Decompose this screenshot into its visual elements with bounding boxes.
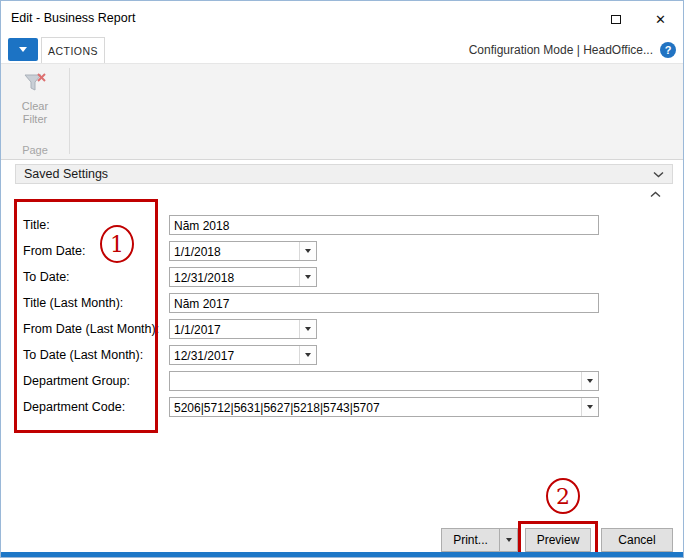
ribbon-tab-row: ACTIONS Configuration Mode | HeadOffice.… (1, 37, 683, 63)
preview-button[interactable]: Preview (525, 528, 591, 552)
titlebar: Edit - Business Report ✕ (1, 1, 683, 37)
form-row: From Date: 1/1/2018 (1, 241, 683, 261)
form-row: Title: Năm 2018 (1, 215, 683, 235)
from-date-combo[interactable]: 1/1/2018 (169, 241, 317, 261)
dropdown-arrow-icon[interactable] (299, 242, 316, 260)
maximize-button[interactable] (593, 1, 638, 37)
print-button-label[interactable]: Print... (442, 529, 499, 551)
group-separator (69, 68, 70, 154)
edit-business-report-window: Edit - Business Report ✕ ACTIONS Configu… (0, 0, 684, 558)
annotation-circle-2: 2 (546, 478, 580, 514)
close-button[interactable]: ✕ (638, 1, 683, 37)
to-date-last-month-combo[interactable]: 12/31/2017 (169, 345, 317, 365)
form-row: Title (Last Month): Năm 2017 (1, 293, 683, 313)
field-label-from-date-last-month: From Date (Last Month): (23, 322, 159, 336)
field-label-to-date: To Date: (23, 270, 70, 284)
to-date-combo[interactable]: 12/31/2018 (169, 267, 317, 287)
window-title: Edit - Business Report (11, 11, 135, 25)
department-code-combo[interactable]: 5206|5712|5631|5627|5218|5743|5707 (169, 397, 599, 417)
dropdown-arrow-icon[interactable] (299, 346, 316, 364)
saved-settings-header[interactable]: Saved Settings (15, 164, 673, 184)
field-label-department-code: Department Code: (23, 400, 125, 414)
maximize-icon (611, 15, 621, 24)
clear-filter-label: Clear Filter (11, 100, 59, 126)
form-row: Department Group: (1, 371, 683, 391)
print-button[interactable]: Print... (441, 528, 518, 552)
form-row: To Date (Last Month): 12/31/2017 (1, 345, 683, 365)
form-row: Department Code: 5206|5712|5631|5627|521… (1, 397, 683, 417)
print-dropdown-arrow-icon[interactable] (499, 529, 517, 551)
field-label-title-last-month: Title (Last Month): (23, 296, 123, 310)
title-last-month-input[interactable]: Năm 2017 (169, 293, 599, 313)
title-input[interactable]: Năm 2018 (169, 215, 599, 235)
chevron-down-icon (653, 171, 664, 178)
dropdown-arrow-icon[interactable] (581, 398, 598, 416)
caret-down-icon (19, 47, 27, 52)
form-row: From Date (Last Month): 1/1/2017 (1, 319, 683, 339)
field-label-department-group: Department Group: (23, 374, 130, 388)
saved-settings-label: Saved Settings (24, 167, 108, 181)
dropdown-arrow-icon[interactable] (299, 268, 316, 286)
configuration-mode-status: Configuration Mode | HeadOffice... (469, 37, 653, 63)
department-group-combo[interactable] (169, 371, 599, 391)
field-label-to-date-last-month: To Date (Last Month): (23, 348, 143, 362)
dropdown-arrow-icon[interactable] (299, 320, 316, 338)
dropdown-arrow-icon[interactable] (581, 372, 598, 390)
field-label-title: Title: (23, 218, 50, 232)
app-menu-button[interactable] (8, 38, 38, 61)
close-icon: ✕ (655, 13, 666, 26)
form-row: To Date: 12/31/2018 (1, 267, 683, 287)
chevron-up-icon (650, 184, 661, 202)
collapse-section-button[interactable] (647, 187, 663, 199)
help-icon[interactable]: ? (660, 42, 676, 58)
filter-clear-icon (23, 71, 47, 99)
window-bottom-border (1, 552, 683, 557)
ribbon: Clear Filter Page (1, 63, 683, 160)
from-date-last-month-combo[interactable]: 1/1/2017 (169, 319, 317, 339)
tab-actions[interactable]: ACTIONS (41, 37, 105, 63)
field-label-from-date: From Date: (23, 244, 86, 258)
cancel-button[interactable]: Cancel (601, 528, 673, 552)
clear-filter-button[interactable]: Clear Filter (11, 69, 59, 145)
ribbon-group-label: Page (1, 144, 69, 156)
